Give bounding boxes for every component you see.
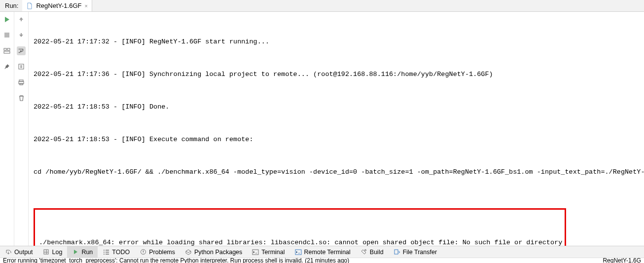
tab-label: Build <box>370 249 384 256</box>
tab-label: Python Packages <box>194 249 242 256</box>
log-line: ./benchmark.x86_64: error while loading … <box>39 237 561 246</box>
svg-rect-0 <box>4 33 9 38</box>
print-icon[interactable] <box>17 78 26 87</box>
run-icon[interactable] <box>2 15 11 24</box>
tab-label: Terminal <box>261 249 285 256</box>
tab-output[interactable]: Output <box>0 246 38 258</box>
tab-todo[interactable]: TODO <box>98 246 135 258</box>
tab-file-transfer[interactable]: File Transfer <box>389 246 442 258</box>
python-packages-icon <box>185 249 192 256</box>
ide-status-bar: Error running 'timezonet_torch_preproces… <box>0 258 644 263</box>
run-label: Run: <box>0 2 22 9</box>
close-icon[interactable]: × <box>84 3 87 9</box>
tab-run[interactable]: Run <box>67 246 98 258</box>
run-toolwindow-header: Run: RegNetY-1.6GF × <box>0 0 644 12</box>
log-line: 2022-05-21 17:18:53 - [INFO] Execute com… <box>34 134 639 145</box>
tab-label: Run <box>81 249 93 256</box>
tab-label: File Transfer <box>403 249 437 256</box>
status-message[interactable]: Error running 'timezonet_torch_preproces… <box>3 258 349 263</box>
tab-build[interactable]: Build <box>356 246 389 258</box>
terminal-icon <box>252 249 259 256</box>
svg-rect-13 <box>295 250 301 255</box>
tab-label: Problems <box>149 249 175 256</box>
tab-log[interactable]: Log <box>38 246 68 258</box>
log-line: 2022-05-21 17:18:53 - [INFO] Done. <box>34 102 639 113</box>
tab-label: TODO <box>112 249 130 256</box>
soft-wrap-icon[interactable] <box>17 46 26 55</box>
run-icon <box>72 249 79 256</box>
log-line: 2022-05-21 17:17:32 - [INFO] RegNetY-1.6… <box>34 37 639 47</box>
tab-terminal[interactable]: Terminal <box>247 246 289 258</box>
tab-problems[interactable]: Problems <box>135 246 180 258</box>
up-arrow-icon[interactable] <box>17 15 26 24</box>
scroll-to-end-icon[interactable] <box>17 62 26 71</box>
run-action-gutter-right <box>14 12 29 246</box>
svg-point-14 <box>365 250 366 251</box>
toolwindow-tab-bar: Output Log Run TODO Problems Python Pack… <box>0 246 644 258</box>
svg-rect-1 <box>4 48 6 50</box>
todo-icon <box>103 249 109 256</box>
status-right[interactable]: RegNetY-1.6G <box>603 258 641 263</box>
console-output[interactable]: 2022-05-21 17:17:32 - [INFO] RegNetY-1.6… <box>29 12 644 246</box>
tab-remote-terminal[interactable]: Remote Terminal <box>290 246 356 258</box>
layout-icon[interactable] <box>2 46 11 55</box>
page-icon <box>26 2 33 9</box>
build-icon <box>360 249 367 256</box>
problems-icon <box>140 249 146 256</box>
tab-python-packages[interactable]: Python Packages <box>180 246 247 258</box>
down-arrow-icon[interactable] <box>17 31 26 39</box>
svg-rect-3 <box>4 51 10 53</box>
stop-icon[interactable] <box>2 31 11 39</box>
remote-terminal-icon <box>295 249 302 256</box>
run-config-tab-label: RegNetY-1.6GF <box>36 2 81 9</box>
output-icon <box>5 249 12 256</box>
log-line: 2022-05-21 17:17:36 - [INFO] Synchronizi… <box>34 69 639 80</box>
file-transfer-icon <box>394 249 400 256</box>
log-line: cd /home/yyb/RegNetY-1.6GF/ && ./benchma… <box>34 167 639 178</box>
svg-rect-15 <box>394 250 398 254</box>
run-config-tab[interactable]: RegNetY-1.6GF × <box>22 0 92 11</box>
error-highlight-box: ./benchmark.x86_64: error while loading … <box>34 208 566 246</box>
run-action-gutter-left <box>0 12 14 246</box>
tab-label: Output <box>14 249 33 256</box>
tab-label: Remote Terminal <box>304 249 351 256</box>
svg-rect-4 <box>21 19 22 21</box>
trash-icon[interactable] <box>17 94 26 103</box>
log-icon <box>43 249 50 256</box>
tab-label: Log <box>52 249 63 256</box>
pin-icon[interactable] <box>2 62 11 71</box>
svg-rect-2 <box>7 48 10 50</box>
run-toolwindow-body: 2022-05-21 17:17:32 - [INFO] RegNetY-1.6… <box>0 12 644 246</box>
svg-rect-12 <box>252 250 258 255</box>
svg-rect-5 <box>21 33 22 35</box>
